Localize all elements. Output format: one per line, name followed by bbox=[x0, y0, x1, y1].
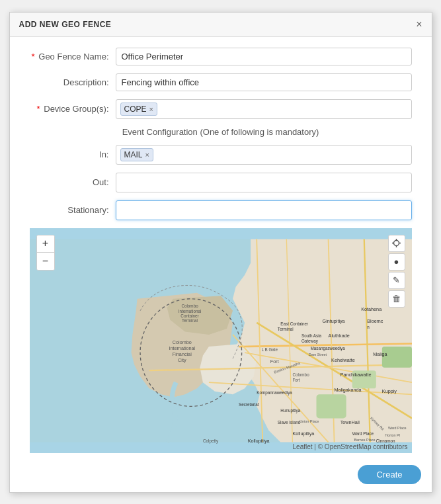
dialog-title: ADD NEW GEO FENCE bbox=[19, 20, 112, 29]
svg-text:Masangasweediya: Masangasweediya bbox=[310, 345, 345, 351]
stationary-label: Stationary: bbox=[30, 205, 116, 215]
map-zoom-controls: + − bbox=[36, 235, 55, 271]
create-button[interactable]: Create bbox=[358, 465, 421, 484]
map-edit-button[interactable]: ✎ bbox=[388, 272, 405, 289]
add-geo-fence-dialog: ADD NEW GEO FENCE × * Geo Fence Name: De… bbox=[9, 12, 432, 493]
svg-text:Barnes Place: Barnes Place bbox=[354, 437, 375, 441]
out-label: Out: bbox=[30, 177, 116, 187]
svg-text:Cinnamon: Cinnamon bbox=[376, 438, 395, 442]
device-groups-row: * Device Group(s): COPE × bbox=[30, 99, 412, 119]
out-input[interactable] bbox=[116, 173, 412, 192]
svg-text:Colombo: Colombo bbox=[181, 304, 198, 308]
description-label: Description: bbox=[30, 77, 116, 87]
close-button[interactable]: × bbox=[416, 19, 422, 30]
description-row: Description: bbox=[30, 73, 412, 91]
svg-rect-17 bbox=[381, 347, 411, 368]
stationary-row: Stationary: bbox=[30, 200, 412, 220]
geo-fence-name-row: * Geo Fence Name: bbox=[30, 48, 412, 65]
svg-text:Container: Container bbox=[180, 313, 198, 317]
svg-text:Bloemc: Bloemc bbox=[367, 317, 383, 323]
svg-text:Ward Place: Ward Place bbox=[352, 431, 374, 435]
svg-text:South Asia: South Asia bbox=[301, 333, 321, 338]
svg-text:Ward Place: Ward Place bbox=[387, 425, 406, 429]
svg-text:City: City bbox=[178, 357, 186, 362]
svg-text:Slave Island: Slave Island bbox=[277, 420, 300, 425]
svg-point-63 bbox=[394, 241, 399, 246]
svg-text:Dam Street: Dam Street bbox=[308, 352, 327, 356]
device-group-tag: COPE × bbox=[120, 103, 157, 116]
device-group-tag-remove[interactable]: × bbox=[149, 105, 153, 113]
svg-text:Fort: Fort bbox=[270, 358, 278, 364]
svg-text:East Container: East Container bbox=[280, 321, 308, 326]
svg-text:Kollupitiya: Kollupitiya bbox=[292, 430, 315, 436]
map-delete-button[interactable]: 🗑 bbox=[388, 290, 405, 308]
svg-text:n: n bbox=[367, 324, 370, 329]
zoom-in-button[interactable]: + bbox=[37, 235, 54, 253]
svg-text:Fort: Fort bbox=[292, 378, 300, 382]
svg-text:Kehelwatte: Kehelwatte bbox=[331, 357, 355, 362]
svg-text:Secretariat: Secretariat bbox=[239, 402, 259, 407]
svg-text:Kotahena: Kotahena bbox=[361, 306, 382, 312]
svg-text:Gateway: Gateway bbox=[301, 338, 318, 343]
svg-text:Colombo: Colombo bbox=[172, 339, 191, 345]
event-config-title: Event Configuration (One of following is… bbox=[30, 127, 412, 137]
svg-text:Kollupitiya: Kollupitiya bbox=[247, 437, 270, 443]
geo-fence-name-input[interactable] bbox=[116, 48, 412, 65]
svg-text:TownHall: TownHall bbox=[340, 419, 360, 425]
dialog-body: * Geo Fence Name: Description: * Device … bbox=[10, 37, 432, 460]
svg-text:International: International bbox=[178, 308, 201, 313]
in-row: In: MAIL × bbox=[30, 145, 412, 165]
in-tag-remove[interactable]: × bbox=[145, 151, 149, 159]
svg-text:L B Gate: L B Gate bbox=[261, 347, 278, 352]
out-tag-input[interactable] bbox=[120, 177, 407, 187]
in-tag-input[interactable] bbox=[156, 149, 407, 159]
zoom-out-button[interactable]: − bbox=[37, 253, 54, 270]
svg-text:Union Place: Union Place bbox=[300, 419, 319, 423]
required-star: * bbox=[32, 52, 35, 62]
svg-text:Panchikawatte: Panchikawatte bbox=[340, 372, 371, 378]
dialog-footer: Create bbox=[10, 460, 432, 492]
device-groups-label: * Device Group(s): bbox=[30, 104, 116, 114]
stationary-tag-input[interactable] bbox=[120, 205, 407, 215]
description-input[interactable] bbox=[116, 73, 412, 91]
device-groups-input[interactable]: COPE × bbox=[116, 99, 412, 119]
in-label: In: bbox=[30, 149, 116, 159]
svg-text:Gintupitiya: Gintupitiya bbox=[322, 317, 345, 323]
map-attribution: Leaflet | © OpenStreetMap contributors bbox=[293, 443, 408, 450]
map-locate-button[interactable] bbox=[388, 235, 405, 252]
in-tag: MAIL × bbox=[120, 148, 153, 161]
svg-text:Terminal: Terminal bbox=[277, 326, 293, 331]
svg-text:Kuppiy: Kuppiy bbox=[381, 388, 396, 394]
svg-text:Maligakanda: Maligakanda bbox=[334, 386, 362, 392]
svg-text:Financial: Financial bbox=[172, 351, 191, 357]
svg-text:Terminal: Terminal bbox=[182, 318, 198, 323]
map-container[interactable]: Colombo International Financial City Col… bbox=[30, 228, 412, 453]
svg-text:Horton Pl: Horton Pl bbox=[385, 433, 400, 437]
device-groups-tag-input[interactable] bbox=[160, 104, 407, 114]
dialog-header: ADD NEW GEO FENCE × bbox=[10, 13, 432, 37]
required-star-2: * bbox=[37, 104, 40, 114]
stationary-input[interactable] bbox=[116, 200, 412, 220]
svg-text:Maliga: Maliga bbox=[373, 351, 387, 357]
map-right-controls: ● ✎ 🗑 bbox=[388, 235, 405, 308]
svg-text:Colpetty: Colpetty bbox=[202, 438, 218, 443]
geo-fence-name-label: * Geo Fence Name: bbox=[30, 52, 116, 62]
svg-text:Kompannaweediya: Kompannaweediya bbox=[257, 390, 292, 396]
out-row: Out: bbox=[30, 173, 412, 192]
locate-icon bbox=[392, 239, 401, 247]
svg-rect-15 bbox=[316, 394, 346, 418]
svg-text:Colombo: Colombo bbox=[292, 372, 309, 377]
in-input[interactable]: MAIL × bbox=[116, 145, 412, 165]
svg-text:Aluthkade: Aluthkade bbox=[328, 333, 349, 339]
map-circle-button[interactable]: ● bbox=[388, 253, 405, 271]
map-svg: Colombo International Financial City Col… bbox=[30, 228, 412, 453]
svg-text:Hunupitiya: Hunupitiya bbox=[280, 408, 300, 413]
svg-text:International: International bbox=[169, 345, 195, 351]
